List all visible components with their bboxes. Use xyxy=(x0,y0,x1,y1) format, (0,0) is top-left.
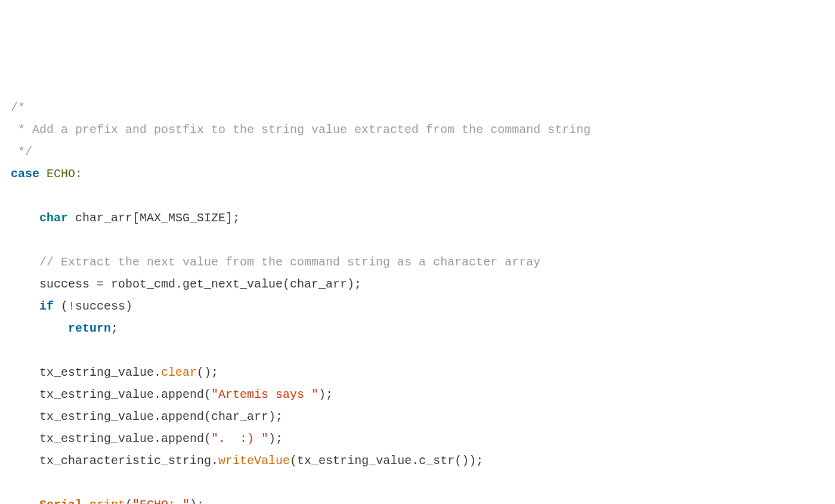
blank-line xyxy=(11,472,824,494)
code-line: * Add a prefix and postfix to the string… xyxy=(11,119,824,141)
string-literal: "ECHO: " xyxy=(132,498,190,504)
tx-obj: tx_estring_value. xyxy=(39,388,161,401)
code-line: // Extract the next value from the comma… xyxy=(11,251,824,273)
paren-open: ( xyxy=(61,299,68,313)
indent xyxy=(11,498,39,504)
tx-obj: tx_estring_value. xyxy=(39,410,161,423)
append-close: ); xyxy=(268,432,283,446)
string-literal: ". :) " xyxy=(211,432,268,446)
writevalue-tail: (tx_estring_value.c_str()); xyxy=(290,454,483,468)
code-line: */ xyxy=(11,141,824,163)
code-line: tx_estring_value.clear(); xyxy=(11,361,824,384)
success-lhs: success xyxy=(39,277,97,291)
func-print: print xyxy=(89,498,125,504)
keyword-if: if xyxy=(39,299,54,313)
indent xyxy=(11,321,68,335)
code-line: tx_estring_value.append(char_arr); xyxy=(11,406,824,428)
code-line: return; xyxy=(11,317,824,339)
assign-op: = xyxy=(97,277,104,291)
comment-extract: // Extract the next value from the comma… xyxy=(39,255,540,269)
blank-line xyxy=(11,229,824,251)
indent xyxy=(11,410,39,423)
code-line: Serial.print("ECHO: "); xyxy=(11,494,824,504)
if-cond: success xyxy=(75,299,125,313)
func-writevalue: writeValue xyxy=(218,454,290,468)
dot: . xyxy=(82,498,89,504)
space xyxy=(68,211,75,225)
code-line: char char_arr[MAX_MSG_SIZE]; xyxy=(11,207,824,229)
success-rhs: robot_cmd.get_next_value(char_arr); xyxy=(104,277,361,291)
paren-close: ) xyxy=(125,299,132,313)
space xyxy=(39,167,47,181)
keyword-char: char xyxy=(39,211,68,225)
code-line: case ECHO: xyxy=(11,163,824,185)
indent xyxy=(11,277,39,291)
colon: : xyxy=(75,167,82,181)
comment-body: * Add a prefix and postfix to the string… xyxy=(11,123,590,137)
tx-obj: tx_estring_value. xyxy=(39,366,161,379)
indent xyxy=(11,454,39,468)
comment-close: */ xyxy=(11,145,32,159)
comment-open: /* xyxy=(11,101,25,115)
char-decl: char_arr[MAX_MSG_SIZE]; xyxy=(75,211,240,225)
indent xyxy=(11,211,39,225)
append-open: append( xyxy=(161,388,211,401)
indent xyxy=(11,299,39,313)
append-close: ); xyxy=(318,388,333,401)
semicolon: ; xyxy=(111,321,118,335)
append-open: append( xyxy=(161,432,211,446)
not-op: ! xyxy=(68,299,75,313)
keyword-return: return xyxy=(68,321,111,335)
code-line: /* xyxy=(11,97,824,119)
serial-obj: Serial xyxy=(39,498,82,504)
print-close: ); xyxy=(190,498,204,504)
tx-obj: tx_estring_value. xyxy=(39,432,161,446)
indent xyxy=(11,366,39,379)
code-line: tx_estring_value.append("Artemis says ")… xyxy=(11,384,824,406)
append-char-arr: append(char_arr); xyxy=(161,410,283,423)
code-line: tx_characteristic_string.writeValue(tx_e… xyxy=(11,450,824,472)
indent xyxy=(11,432,39,446)
txc-obj: tx_characteristic_string. xyxy=(39,454,218,468)
case-label: ECHO xyxy=(47,167,75,181)
blank-line xyxy=(11,185,824,207)
func-clear: clear xyxy=(161,366,197,379)
indent xyxy=(11,255,39,269)
code-line: success = robot_cmd.get_next_value(char_… xyxy=(11,273,824,295)
paren-open: ( xyxy=(125,498,132,504)
space xyxy=(54,299,61,313)
code-line: if (!success) xyxy=(11,295,824,317)
code-line: tx_estring_value.append(". :) "); xyxy=(11,428,824,450)
indent xyxy=(11,388,39,401)
blank-line xyxy=(11,339,824,361)
keyword-case: case xyxy=(11,167,39,181)
clear-tail: (); xyxy=(197,366,218,379)
code-block: /* * Add a prefix and postfix to the str… xyxy=(11,97,824,504)
string-literal: "Artemis says " xyxy=(211,388,318,401)
